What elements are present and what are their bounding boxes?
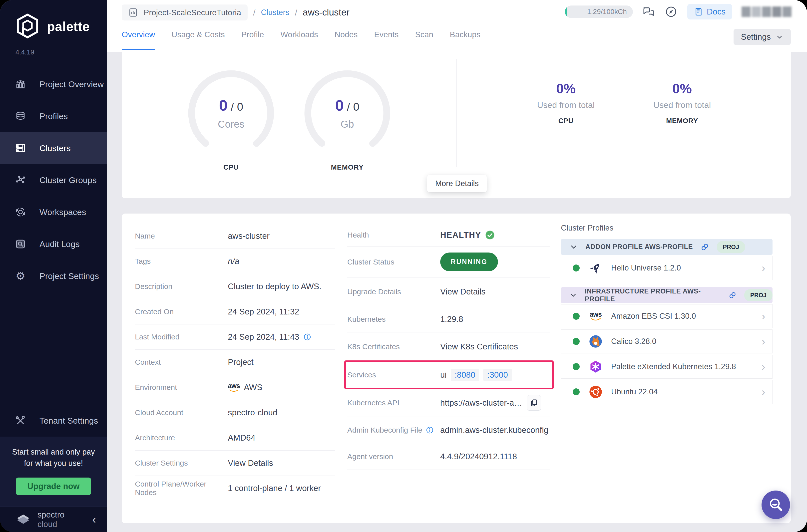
- upgrade-view-details-link[interactable]: View Details: [440, 287, 485, 297]
- profile-layer-palette-extended-kubernetes[interactable]: Palette eXtended Kubernetes 1.29.8 ›: [561, 355, 772, 379]
- ubuntu-icon: [589, 385, 603, 399]
- profile-layer-ubuntu[interactable]: Ubuntu 22.04 ›: [561, 380, 772, 404]
- tab-nodes[interactable]: Nodes: [335, 30, 358, 50]
- cpu-usage-caption: Used from total: [513, 100, 618, 110]
- tab-backups[interactable]: Backups: [450, 30, 481, 50]
- detail-row-nodes: Control Plane/Worker Nodes 1 control-pla…: [135, 476, 335, 501]
- sidebar-item-label: Cluster Groups: [39, 175, 97, 185]
- hello-universe-icon: [589, 261, 603, 275]
- chevron-right-icon: ›: [762, 336, 765, 347]
- status-dot: [573, 313, 580, 320]
- gear-icon: ⚙: [15, 270, 26, 282]
- chevron-right-icon: ›: [762, 386, 765, 397]
- profile-layer-hello-universe[interactable]: Hello Universe 1.2.0 ›: [561, 256, 772, 280]
- detail-row-cloud-account: Cloud Account spectro-cloud: [135, 400, 335, 425]
- docs-button[interactable]: Docs: [687, 4, 732, 19]
- sidebar-item-tenant-settings[interactable]: Tenant Settings: [0, 405, 107, 437]
- spectro-cloud-logo-icon: [16, 512, 31, 527]
- project-name: Project-ScaleSecureTutoria: [144, 8, 241, 17]
- kubernetes-api-url: https://aws-cluster-apiserve...: [440, 398, 523, 407]
- service-name: ui: [440, 370, 447, 380]
- service-port-3000-link[interactable]: :3000: [483, 369, 512, 381]
- pxk-icon: [589, 360, 603, 374]
- tab-workloads[interactable]: Workloads: [280, 30, 318, 50]
- more-details-button[interactable]: More Details: [427, 175, 487, 192]
- user-account-menu[interactable]: [742, 6, 791, 17]
- sidebar-item-workspaces[interactable]: Workspaces: [0, 196, 107, 228]
- addon-profile-section-header[interactable]: ADDON PROFILE AWS-PROFILE PROJ: [561, 239, 772, 255]
- sidebar-item-audit-logs[interactable]: Audit Logs: [0, 228, 107, 260]
- upgrade-now-button[interactable]: Upgrade now: [16, 478, 91, 495]
- palette-logo-icon: [15, 13, 40, 40]
- layers-icon: [15, 110, 26, 122]
- tab-profile[interactable]: Profile: [241, 30, 264, 50]
- service-port-8080-link[interactable]: :8080: [451, 369, 480, 381]
- info-icon[interactable]: [426, 426, 434, 434]
- cluster-profiles-title: Cluster Profiles: [561, 224, 772, 232]
- sidebar-menu: Project Overview Profiles: [0, 68, 107, 292]
- project-scope-selector[interactable]: Project-ScaleSecureTutoria: [122, 4, 248, 20]
- cluster-profiles-panel: Cluster Profiles ADDON PROFILE AWS-PROFI…: [561, 224, 772, 404]
- infrastructure-profile-section-header[interactable]: INFRASTRUCTURE PROFILE AWS-PROFILE PROJ: [561, 287, 772, 303]
- detail-row-environment: Environment aws AWS: [135, 375, 335, 400]
- audit-search-icon: [15, 238, 26, 250]
- memory-usage-percent: 0%: [630, 81, 734, 96]
- detail-row-kubernetes-api: Kubernetes API https://aws-cluster-apise…: [347, 389, 550, 417]
- running-status-badge: RUNNING: [440, 252, 498, 271]
- sidebar-item-cluster-groups[interactable]: Cluster Groups: [0, 164, 107, 196]
- profile-layer-calico[interactable]: Calico 3.28.0 ›: [561, 329, 772, 354]
- chevron-down-icon: [569, 243, 578, 251]
- chevron-down-icon: [776, 33, 783, 41]
- tab-scan[interactable]: Scan: [415, 30, 433, 50]
- detail-row-kubernetes: Kubernetes 1.29.8: [347, 306, 550, 332]
- kubeconfig-download-link[interactable]: admin.aws-cluster.kubeconfig: [440, 425, 548, 435]
- view-k8s-certificates-link[interactable]: View K8s Certificates: [440, 342, 518, 352]
- detail-row-created-on: Created On 24 Sep 2024, 11:32: [135, 299, 335, 324]
- sidebar-item-label: Workspaces: [39, 207, 86, 217]
- proj-scope-badge: PROJ: [744, 289, 772, 301]
- cluster-settings-view-details-link[interactable]: View Details: [228, 458, 273, 468]
- status-dot: [573, 338, 580, 345]
- sidebar-item-project-settings[interactable]: ⚙ Project Settings: [0, 260, 107, 292]
- page-title: aws-cluster: [303, 7, 350, 18]
- profile-layer-amazon-ebs-csi[interactable]: aws Amazon EBS CSI 1.30.0 ›: [561, 304, 772, 328]
- copy-api-url-button[interactable]: [527, 395, 541, 411]
- settings-dropdown-button[interactable]: Settings: [734, 29, 791, 45]
- docs-label: Docs: [707, 7, 726, 17]
- compass-tour-icon[interactable]: [665, 5, 678, 18]
- feedback-chat-icon[interactable]: [642, 5, 655, 18]
- breadcrumb-clusters-link[interactable]: Clusters: [261, 8, 289, 17]
- credits-value: 1.29/100kCh: [587, 8, 627, 16]
- app-version: 4.4.19: [0, 40, 107, 56]
- health-status: HEALTHY: [440, 230, 495, 240]
- sidebar-item-label: Clusters: [39, 144, 71, 153]
- info-icon[interactable]: [303, 333, 311, 341]
- tab-usage-costs[interactable]: Usage & Costs: [171, 30, 225, 50]
- memory-usage-label: MEMORY: [630, 117, 734, 125]
- copy-icon: [530, 399, 538, 407]
- detail-row-tags: Tags n/a: [135, 249, 335, 274]
- server-icon: [15, 142, 26, 154]
- tab-events[interactable]: Events: [374, 30, 399, 50]
- cpu-usage-label: CPU: [513, 117, 618, 125]
- sidebar-item-project-overview[interactable]: Project Overview: [0, 68, 107, 100]
- tab-overview[interactable]: Overview: [122, 30, 155, 50]
- help-search-fab[interactable]: [762, 491, 790, 519]
- credits-progress-bar: [565, 5, 567, 18]
- detail-row-k8s-certificates: K8s Certificates View K8s Certificates: [347, 332, 550, 361]
- cpu-gauge-label: CPU: [187, 163, 275, 171]
- detail-row-health: Health HEALTHY: [347, 224, 550, 247]
- collapse-sidebar-icon[interactable]: ‹: [92, 514, 96, 525]
- detail-row-name: Name aws-cluster: [135, 224, 335, 249]
- chevron-down-icon: [569, 291, 577, 300]
- sidebar-item-profiles[interactable]: Profiles: [0, 100, 107, 132]
- brand-logo: palette: [0, 0, 107, 40]
- vertical-divider: [456, 59, 457, 167]
- calico-icon: [589, 335, 603, 348]
- sidebar-item-clusters[interactable]: Clusters: [0, 132, 107, 164]
- status-dot: [573, 265, 580, 271]
- sidebar-item-label: Tenant Settings: [39, 416, 98, 425]
- memory-gauge: 0 / 0 Gb MEMORY: [304, 70, 391, 171]
- chevron-right-icon: ›: [762, 263, 765, 273]
- chevron-right-icon: ›: [762, 311, 765, 322]
